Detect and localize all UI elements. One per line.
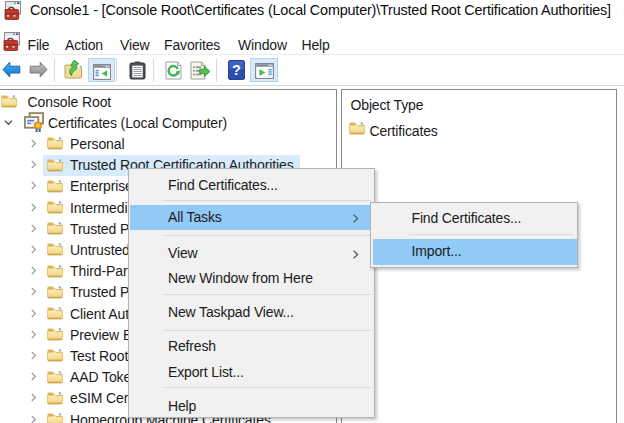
svg-text:?: ?	[232, 62, 241, 78]
